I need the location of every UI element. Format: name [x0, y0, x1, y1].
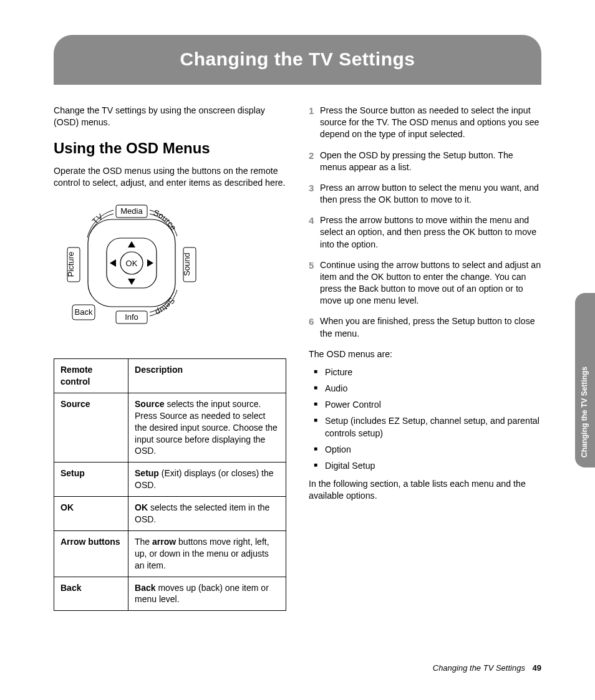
list-item: Press the arrow buttons to move within t… — [309, 214, 541, 251]
osd-menus-list: Picture Audio Power Control Setup (inclu… — [309, 367, 541, 472]
list-item: Picture — [309, 367, 541, 378]
diagram-setup-label: Setup — [154, 296, 177, 317]
list-item: Continue using the arrow buttons to sele… — [309, 259, 541, 307]
arrow-up-icon — [128, 241, 135, 247]
chapter-side-tab: Changing the TV Settings — [575, 293, 595, 467]
chapter-title: Changing the TV Settings — [54, 49, 541, 70]
arrow-right-icon — [147, 259, 153, 267]
right-column: Press the Source button as needed to sel… — [309, 105, 541, 611]
diagram-picture-label: Picture — [66, 252, 75, 277]
diagram-ok-label: OK — [126, 259, 138, 268]
section-heading: Using the OSD Menus — [54, 138, 286, 158]
table-row: OK OK selects the selected item in the O… — [54, 497, 286, 531]
remote-osd-diagram: OK Media Info Picture — [54, 198, 286, 341]
svg-text:TV: TV — [90, 212, 105, 226]
list-item: When you are finished, press the Setup b… — [309, 315, 541, 339]
list-item: Press the Source button as needed to sel… — [309, 105, 541, 141]
diagram-sound-label: Sound — [182, 252, 191, 276]
arrow-left-icon — [110, 259, 116, 267]
list-item: Audio — [309, 383, 541, 395]
chapter-title-banner: Changing the TV Settings — [54, 35, 541, 85]
footer-title: Changing the TV Settings — [433, 663, 525, 673]
list-item: Press an arrow button to select the menu… — [309, 182, 541, 206]
table-head-remote: Remote control — [54, 359, 128, 393]
table-row: Setup Setup (Exit) displays (or closes) … — [54, 463, 286, 497]
page-footer: Changing the TV Settings 49 — [433, 663, 541, 673]
remote-controls-table: Remote control Description Source Source… — [54, 358, 286, 611]
arrow-down-icon — [128, 279, 135, 285]
list-item: Open the OSD by pressing the Setup butto… — [309, 150, 541, 173]
list-item: Digital Setup — [309, 460, 541, 472]
intro-paragraph: Change the TV settings by using the onsc… — [54, 105, 286, 128]
list-item: Setup (includes EZ Setup, channel setup,… — [309, 415, 541, 439]
side-tab-label: Changing the TV Settings — [580, 367, 589, 458]
page-number: 49 — [533, 663, 541, 673]
table-row: Source Source selects the input source. … — [54, 393, 286, 462]
svg-text:Setup: Setup — [154, 296, 177, 317]
osd-steps-list: Press the Source button as needed to sel… — [309, 105, 541, 340]
diagram-media-label: Media — [120, 206, 143, 216]
closing-paragraph: In the following section, a table lists … — [309, 478, 541, 502]
table-row: Back Back moves up (back) one item or me… — [54, 577, 286, 611]
diagram-tv-label: TV — [90, 212, 105, 226]
diagram-back-label: Back — [75, 307, 93, 317]
table-head-description: Description — [128, 359, 286, 393]
menus-intro: The OSD menus are: — [309, 348, 541, 360]
list-item: Option — [309, 444, 541, 456]
list-item: Power Control — [309, 399, 541, 411]
section-intro: Operate the OSD menus using the buttons … — [54, 165, 286, 189]
left-column: Change the TV settings by using the onsc… — [54, 105, 286, 611]
diagram-info-label: Info — [125, 312, 138, 322]
table-row: Arrow buttons The arrow buttons move rig… — [54, 530, 286, 577]
